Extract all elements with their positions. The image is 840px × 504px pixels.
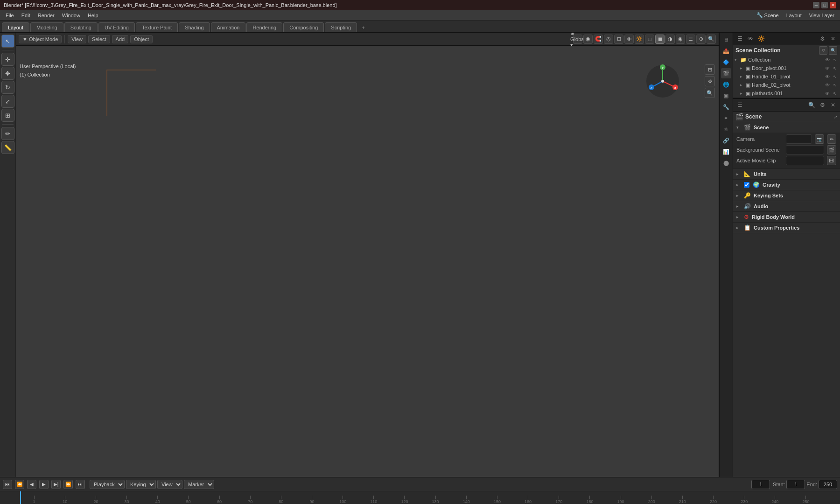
tool-measure[interactable]: 📏 (1, 141, 14, 154)
outliner-handle01[interactable]: ▸ ▣ Handle_01_pivot 👁 ↖ (733, 72, 840, 81)
tab-texture-paint[interactable]: Texture Paint (136, 22, 178, 32)
keying-dropdown[interactable]: Keying (126, 480, 156, 489)
rp-icon-view[interactable]: 👁 (745, 34, 756, 44)
door-vis-select[interactable]: ↖ (832, 65, 838, 71)
rp-icon-settings[interactable]: ⚙ (817, 34, 827, 44)
tab-compositing[interactable]: Compositing (283, 22, 324, 32)
playback-end-btn[interactable]: ⏭ (76, 480, 85, 489)
vp-shading-wireframe[interactable]: □ (645, 35, 654, 44)
props-search[interactable]: 🔍 (806, 100, 817, 110)
bg-scene-input[interactable] (786, 145, 824, 154)
snap-btn[interactable]: 🧲 (594, 35, 603, 44)
current-frame-input[interactable] (751, 480, 770, 489)
playback-start-btn[interactable]: ⏮ (3, 480, 12, 489)
axis-gizmo[interactable]: Y X Z (644, 63, 681, 100)
rp-icon-close[interactable]: ✕ (828, 34, 838, 44)
view-layer-btn[interactable]: View Layer (805, 12, 838, 19)
vis-icon-eye[interactable]: 👁 (824, 56, 831, 63)
units-section-header[interactable]: ▸ 📐 Units (733, 169, 840, 179)
scene-name-btn[interactable]: Layout (783, 12, 805, 19)
view-menu-btn[interactable]: View (68, 35, 86, 43)
playback-step-back-btn[interactable]: ◀ (27, 480, 36, 489)
object-mode-selector[interactable]: ▼ Object Mode (19, 35, 62, 43)
tab-uv-editing[interactable]: UV Editing (98, 22, 135, 32)
platbards-vis-eye[interactable]: 👁 (824, 90, 831, 97)
audio-section-header[interactable]: ▸ 🔊 Audio (733, 201, 840, 211)
door-vis-eye[interactable]: 👁 (824, 65, 831, 71)
select-menu-btn[interactable]: Select (88, 35, 110, 43)
handle02-vis-select[interactable]: ↖ (832, 82, 838, 88)
platbards-vis-select[interactable]: ↖ (832, 90, 838, 97)
tab-sculpting[interactable]: Sculpting (64, 22, 98, 32)
viewport-scene[interactable]: User Perspective (Local) (1) Collection … (16, 46, 719, 477)
playback-step-fwd-btn[interactable]: ▶| (51, 480, 61, 489)
object-menu-btn[interactable]: Object (130, 35, 153, 43)
vp-gizmo-btn[interactable]: ⊕ (696, 35, 706, 44)
gravity-checkbox[interactable] (744, 182, 749, 188)
tab-scripting[interactable]: Scripting (325, 22, 357, 32)
camera-input[interactable] (786, 134, 812, 144)
zoom-icon[interactable]: 🔍 (705, 88, 715, 98)
menu-file[interactable]: File (2, 12, 18, 19)
prop-icon-scene[interactable]: 🎬 (721, 68, 731, 78)
props-settings[interactable]: ⚙ (817, 100, 827, 110)
vis-icon-select[interactable]: ↖ (832, 56, 838, 63)
vp-icon2[interactable]: 👁 (624, 35, 634, 44)
handle02-vis-eye[interactable]: 👁 (824, 82, 831, 88)
tool-select[interactable]: ↖ (1, 35, 14, 48)
prop-icon-material[interactable]: ⬤ (721, 158, 731, 168)
keyframe-ruler[interactable]: 1 10 20 30 40 50 60 70 80 90 100 110 120… (0, 491, 840, 504)
prop-icon-constraints[interactable]: 🔗 (721, 135, 731, 146)
prop-icon-modifier[interactable]: 🔧 (721, 102, 731, 112)
tab-modeling[interactable]: Modeling (30, 22, 63, 32)
end-frame-input[interactable] (819, 480, 837, 489)
tab-animation[interactable]: Animation (211, 22, 246, 32)
global-orient-btn[interactable]: ⊕ Global ▾ (573, 35, 582, 44)
tool-annotate[interactable]: ✏ (1, 127, 14, 140)
vp-shading-render[interactable]: ◉ (676, 35, 685, 44)
camera-picker-btn[interactable]: 📷 (815, 134, 824, 144)
menu-help[interactable]: Help (84, 12, 102, 19)
rp-icon-highlight[interactable]: 🔆 (756, 34, 766, 44)
prop-icon-output[interactable]: 📤 (721, 46, 731, 56)
outliner-door-pivot[interactable]: ▸ ▣ Door_pivot.001 👁 ↖ (733, 64, 840, 72)
vp-overlay-btn[interactable]: ☰ (686, 35, 695, 44)
maximize-button[interactable]: □ (821, 2, 828, 8)
start-frame-input[interactable] (786, 480, 805, 489)
search-btn[interactable]: 🔍 (707, 35, 716, 44)
prop-icon-view-layer[interactable]: 🔷 (721, 57, 731, 67)
rp-icon-filter[interactable]: ☰ (735, 34, 745, 44)
tab-shading[interactable]: Shading (179, 22, 210, 32)
camera-new-btn[interactable]: ✏ (827, 134, 836, 144)
proportional-btn[interactable]: ◎ (604, 35, 613, 44)
tree-filter-btn[interactable]: ▽ (819, 46, 827, 55)
tool-cursor[interactable]: ✛ (1, 53, 14, 66)
vp-icon1[interactable]: ⊡ (614, 35, 623, 44)
bg-scene-picker-btn[interactable]: 🎬 (827, 145, 836, 154)
keying-section-header[interactable]: ▸ 🔑 Keying Sets (733, 190, 840, 201)
movie-clip-picker-btn[interactable]: 🎞 (827, 156, 836, 165)
view-menu-icon[interactable]: ⊞ (705, 64, 715, 75)
tool-rotate[interactable]: ↻ (1, 81, 14, 94)
tool-scale[interactable]: ⤢ (1, 95, 14, 108)
vp-icon3[interactable]: 🔆 (635, 35, 644, 44)
add-menu-btn[interactable]: Add (112, 35, 129, 43)
gravity-section-header[interactable]: ▸ 🌍 Gravity (733, 180, 840, 190)
playback-prev-btn[interactable]: ⏪ (15, 480, 24, 489)
outliner-platbards[interactable]: ▸ ▣ platbards.001 👁 ↖ (733, 89, 840, 98)
close-button[interactable]: ✕ (830, 2, 836, 8)
add-tab-button[interactable]: + (358, 23, 368, 32)
playback-play-btn[interactable]: ▶ (39, 480, 49, 489)
workspace-dropdown[interactable]: 🔧 Scene (753, 11, 783, 19)
custom-props-section-header[interactable]: ▸ 📋 Custom Properties (733, 223, 840, 233)
prop-icon-particles[interactable]: ✦ (721, 113, 731, 123)
tab-layout[interactable]: Layout (2, 22, 29, 32)
vp-shading-material[interactable]: ◑ (665, 35, 675, 44)
handle01-vis-select[interactable]: ↖ (832, 73, 838, 80)
props-icon-filter[interactable]: ☰ (735, 100, 745, 110)
outliner-handle02[interactable]: ▸ ▣ Handle_02_pivot 👁 ↖ (733, 81, 840, 89)
tool-transform[interactable]: ⊞ (1, 109, 14, 122)
pan-icon[interactable]: ✥ (705, 76, 715, 86)
prop-icon-world[interactable]: 🌐 (721, 79, 731, 90)
menu-edit[interactable]: Edit (18, 12, 34, 19)
